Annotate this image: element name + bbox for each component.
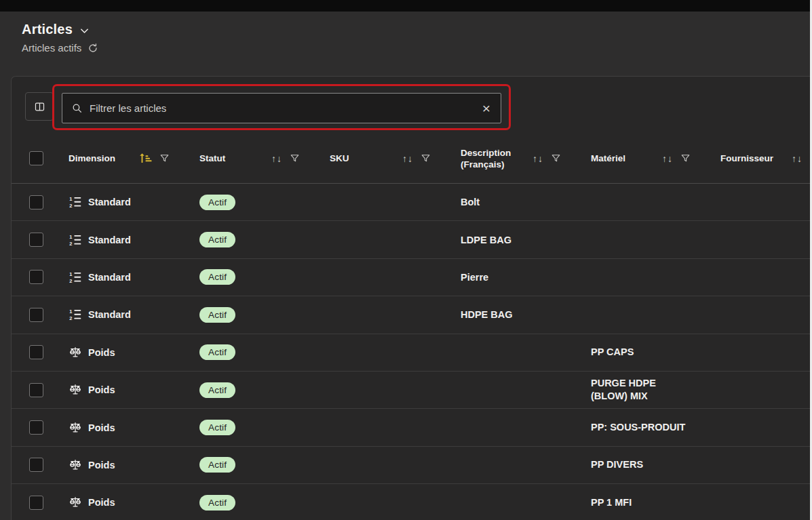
select-all-cell [29,134,56,183]
table-row[interactable]: 1 2 Standard Actif HDPE BAG [12,296,812,334]
sort-icon: ↑↓ [533,153,543,164]
cell-dimension: 1 2 Poids [56,334,187,371]
dimension-label: Poids [88,347,115,358]
cell-description [448,372,579,408]
table-row[interactable]: 1 2 Poids Actif PP CAPS [12,334,812,372]
cell-sku [317,447,448,483]
cell-dimension: 1 2 Poids [56,484,187,520]
scale-icon [69,383,82,397]
svg-text:2: 2 [69,203,72,209]
row-select-cell [29,296,56,333]
cell-description [448,334,579,371]
row-checkbox[interactable] [29,308,43,322]
column-header-label: Description (Français) [461,147,511,170]
svg-text:2: 2 [69,315,72,321]
status-badge: Actif [199,420,235,435]
row-checkbox[interactable] [29,496,43,510]
cell-statut: Actif [187,184,317,220]
filter-funnel-icon [290,153,300,163]
status-badge: Actif [199,382,235,398]
table-row[interactable]: 1 2 Standard Actif LDPE BAG [12,221,812,258]
row-checkbox[interactable] [29,233,43,247]
cell-fournisseur [708,259,812,296]
column-header[interactable]: Description (Français) ↑↓ [448,134,579,183]
cell-sku [317,484,448,520]
cell-fournisseur [708,447,812,483]
table-row[interactable]: 1 2 Poids Actif PP: SOUS-PRODUIT [12,409,812,446]
cell-statut: Actif [187,221,317,258]
cell-materiel: PP: SOUS-PRODUIT [579,409,708,445]
search-icon [71,102,83,114]
row-checkbox[interactable] [29,420,43,435]
refresh-icon[interactable] [88,43,98,54]
cell-fournisseur [708,372,812,408]
cell-statut: Actif [187,334,317,371]
row-checkbox[interactable] [29,383,43,397]
cell-sku [317,334,448,371]
scale-icon [69,421,82,435]
table-row[interactable]: 1 2 Poids Actif PP DIVERS [12,447,812,484]
column-header-label: Statut [199,153,225,164]
dimension-label: Standard [88,197,131,207]
status-badge: Actif [199,269,235,285]
column-header[interactable]: Statut ↑↓ [187,134,317,183]
table-row[interactable]: 1 2 Standard Actif Bolt [12,184,812,221]
row-select-cell [29,334,56,371]
cell-materiel [579,221,708,258]
dimension-label: Standard [88,235,131,245]
row-checkbox[interactable] [29,345,43,359]
page-header: Articles Articles actifs [22,22,98,54]
table-row[interactable]: 1 2 Poids Actif PP 1 MFI [12,484,812,520]
cell-sku [317,372,448,408]
numbered-list-icon: 1 2 [69,233,82,247]
filter-funnel-icon [551,153,561,163]
row-checkbox[interactable] [29,458,43,472]
cell-sku [317,296,448,333]
table-row[interactable]: 1 2 Standard Actif Pierre [12,259,812,296]
svg-text:2: 2 [69,240,72,246]
cell-fournisseur [708,409,812,445]
view-selector[interactable]: Articles [22,22,98,37]
filter-funnel-icon [159,153,170,163]
sort-icon: ↑↓ [662,153,673,164]
row-select-cell [29,221,56,258]
row-select-cell [29,259,56,296]
top-window-strip [0,0,812,12]
articles-panel: × Dimension ↑↓ Statut [11,76,812,520]
cell-fournisseur [708,484,812,520]
filter-articles-input[interactable] [90,102,474,114]
row-checkbox[interactable] [29,195,43,209]
row-checkbox[interactable] [29,270,43,284]
status-badge: Actif [199,495,235,511]
edit-columns-button[interactable] [25,92,54,121]
cell-statut: Actif [187,447,317,483]
cell-materiel [579,259,708,296]
cell-description [448,447,579,483]
cell-statut: Actif [187,409,317,445]
column-header-label: SKU [330,153,349,164]
table-body: 1 2 Standard Actif Bolt [12,184,812,520]
column-header[interactable]: Dimension ↑↓ [56,134,187,183]
table-row[interactable]: 1 2 Poids Actif PURGE HDPE (BLOW) MIX [12,372,812,409]
status-badge: Actif [199,232,235,247]
scale-icon [69,346,82,359]
svg-text:1: 1 [69,233,72,239]
select-all-checkbox[interactable] [29,151,43,165]
dimension-label: Poids [88,422,115,433]
cell-materiel: PP CAPS [579,334,708,371]
cell-materiel: PURGE HDPE (BLOW) MIX [579,372,708,408]
numbered-list-icon: 1 2 [69,271,82,284]
scale-icon [69,496,82,509]
filter-funnel-icon [680,153,691,163]
column-header[interactable]: Fournisseur ↑↓ [708,134,812,183]
cell-dimension: 1 2 Poids [56,372,187,408]
cell-dimension: 1 2 Poids [56,447,187,483]
svg-text:1: 1 [69,271,72,277]
cell-dimension: 1 2 Standard [56,184,187,220]
cell-materiel [579,184,708,220]
clear-filter-icon[interactable]: × [481,101,492,115]
column-header-label: Dimension [69,153,115,164]
cell-dimension: 1 2 Standard [56,259,187,296]
column-header[interactable]: SKU ↑↓ [317,134,448,183]
column-header[interactable]: Matériel ↑↓ [579,134,708,183]
